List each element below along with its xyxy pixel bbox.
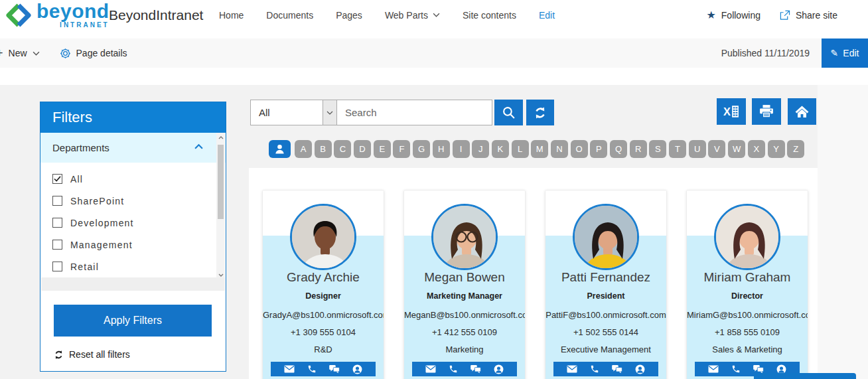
alphabet-letter-button[interactable]: R [630,140,647,158]
nav-item[interactable]: Documents [266,10,313,21]
email-icon[interactable] [567,365,577,373]
nav-item-label: Home [219,10,244,21]
card-action-bar [553,362,658,376]
nav-item[interactable]: Pages [336,10,362,21]
checkbox-icon[interactable] [52,240,62,250]
department-checkbox-option[interactable]: Management [40,234,226,256]
alphabet-letter-button[interactable]: H [433,140,450,158]
alphabet-letter-button[interactable]: K [492,140,509,158]
checkbox-label: Retail [70,262,99,272]
department-checkbox-option[interactable]: Retail [40,256,226,277]
employee-card[interactable]: Patti Fernandez President PattiF@bs100.o… [545,190,667,379]
refresh-button[interactable] [526,100,554,125]
nav-item[interactable]: Web Parts [385,10,440,21]
checkbox-icon[interactable] [52,196,62,206]
nav-item[interactable]: Edit [539,10,555,21]
nav-item[interactable]: Site contents [463,10,516,21]
search-scope-dropdown[interactable]: All [250,100,337,125]
alphabet-letter-button[interactable]: V [708,140,725,158]
alphabet-letter-button[interactable]: S [649,140,666,158]
alphabet-filter-row: ABCDEFGHIJKLMNOPQRSTUVWXYZ [269,140,804,158]
filters-scrollbar[interactable] [216,133,225,279]
alphabet-letter-button[interactable]: J [472,140,489,158]
employee-phone: +1 412 555 0109 [404,327,525,337]
alphabet-letter-button[interactable]: O [571,140,588,158]
employee-job-title: Director [687,291,808,301]
excel-export-button[interactable]: X [717,98,746,125]
site-title[interactable]: BeyondIntranet [109,7,203,23]
departments-section-header[interactable]: Departments [40,133,226,163]
alphabet-letter-button[interactable]: T [669,140,686,158]
alphabet-letter-button[interactable]: C [334,140,351,158]
employee-email[interactable]: MeganB@bs100.onmicrosoft.com [404,310,525,320]
reset-filters-label: Reset all filters [69,349,130,360]
alphabet-letter-button[interactable]: G [413,140,430,158]
alphabet-letter-button[interactable]: U [689,140,706,158]
alphabet-letter-button[interactable]: X [748,140,765,158]
department-checkbox-option[interactable]: Development [40,212,226,234]
scrollbar-thumb[interactable] [218,145,224,219]
apply-filters-button[interactable]: Apply Filters [54,305,212,337]
new-button[interactable]: + New [0,46,40,60]
checkbox-icon[interactable] [52,262,62,271]
alphabet-letter-button[interactable]: P [590,140,607,158]
profile-icon[interactable] [635,364,645,374]
nav-item[interactable]: Home [219,10,244,21]
print-button[interactable] [752,98,781,125]
checkbox-icon[interactable] [52,218,62,228]
home-button[interactable] [788,98,816,125]
employee-card[interactable]: Megan Bowen Marketing Manager MeganB@bs1… [403,190,526,379]
page-details-button[interactable]: Page details [60,48,127,59]
phone-icon[interactable] [449,364,458,374]
alphabet-letter-button[interactable]: M [531,140,548,158]
alphabet-letter-button[interactable]: Q [610,140,627,158]
department-checkbox-option[interactable]: All [40,168,226,190]
all-people-filter-button[interactable] [269,140,291,158]
email-icon[interactable] [284,365,295,373]
scroll-up-icon[interactable] [216,133,225,142]
alphabet-letter-button[interactable]: D [354,140,371,158]
chevron-down-icon [433,13,440,17]
department-checkbox-option[interactable]: SharePoint [40,190,226,212]
employee-card[interactable]: Grady Archie Designer GradyA@bs100.onmic… [262,190,384,379]
email-icon[interactable] [425,365,436,373]
employee-name: Miriam Graham [687,270,808,285]
phone-icon[interactable] [590,364,599,374]
chat-icon[interactable] [329,365,340,374]
alphabet-letter-button[interactable]: B [315,140,332,158]
edit-button-label: Edit [843,48,859,58]
alphabet-letter-button[interactable]: Y [768,140,785,158]
checkbox-label: Development [70,218,134,228]
avatar-photo [292,206,354,270]
alphabet-letter-button[interactable]: W [728,140,745,158]
reset-filters-button[interactable]: Reset all filters [54,349,130,360]
alphabet-letter-button[interactable]: A [295,140,312,158]
profile-icon[interactable] [352,364,362,374]
employee-email[interactable]: GradyA@bs100.onmicrosoft.com [263,310,384,320]
chat-icon[interactable] [470,365,481,374]
card-action-bar [412,362,517,376]
alphabet-letter-button[interactable]: Z [787,140,804,158]
chat-icon[interactable] [753,365,764,374]
app-window: beyond INTRANET BeyondIntranet Home Docu… [0,0,868,379]
profile-icon[interactable] [494,364,504,374]
following-button[interactable]: ★ Following [706,10,760,21]
alphabet-letter-button[interactable]: I [453,140,470,158]
alphabet-letter-button[interactable]: F [393,140,410,158]
phone-icon[interactable] [731,364,741,374]
alphabet-letter-button[interactable]: E [374,140,391,158]
phone-icon[interactable] [307,364,317,374]
chat-icon[interactable] [612,365,622,374]
search-input[interactable] [336,100,492,125]
employee-email[interactable]: MiriamG@bs100.onmicrosoft.com [687,310,808,320]
employee-email[interactable]: PattiF@bs100.onmicrosoft.com [545,310,666,320]
search-button[interactable] [494,100,523,125]
edit-page-button[interactable]: ✎ Edit [822,38,868,68]
share-site-button[interactable]: Share site [779,10,837,21]
company-logo[interactable]: beyond INTRANET [5,1,109,29]
alphabet-letter-button[interactable]: L [512,140,529,158]
employee-card[interactable]: Miriam Graham Director MiriamG@bs100.onm… [686,190,808,379]
email-icon[interactable] [708,365,719,373]
alphabet-letter-button[interactable]: N [551,140,568,158]
checkbox-icon[interactable] [52,174,62,184]
